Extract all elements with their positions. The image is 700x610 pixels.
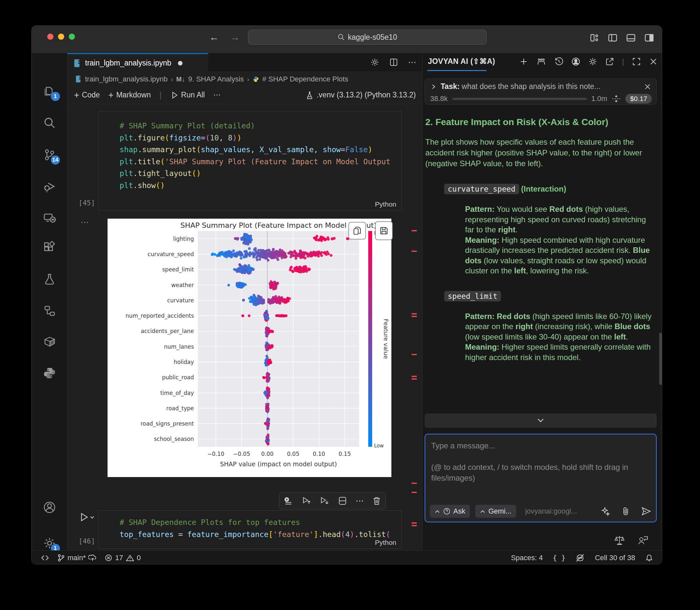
chat-input[interactable]: Type a message... (@ to add context, / t…: [425, 434, 657, 522]
tab-notebook[interactable]: train_lgbm_analysis.ipynb: [67, 53, 208, 72]
add-code-cell-button[interactable]: +Code: [74, 90, 100, 100]
save-output-button[interactable]: [375, 221, 393, 240]
svg-text:public_road: public_road: [162, 374, 194, 381]
copy-output-button[interactable]: [348, 222, 366, 240]
sidebar-item-object-explorer[interactable]: [42, 304, 57, 318]
cell-46-code[interactable]: # SHAP Dependence Plots for top features…: [98, 511, 401, 548]
send-message-icon[interactable]: [641, 507, 651, 516]
maximize-panel-icon[interactable]: [632, 57, 641, 66]
cost-badge[interactable]: $0.17: [625, 94, 652, 103]
breadcrumb-file[interactable]: train_lgbm_analysis.ipynb: [85, 75, 168, 83]
history-icon[interactable]: [554, 57, 563, 66]
warnings-icon: [126, 554, 134, 562]
model-selector[interactable]: Gemi...: [475, 505, 516, 518]
close-panel-icon[interactable]: [649, 57, 658, 66]
sidebar-item-remote-explorer[interactable]: [42, 211, 57, 225]
cell-language-label[interactable]: Python: [375, 539, 396, 546]
sidebar-item-extensions[interactable]: [42, 240, 57, 255]
add-markdown-cell-button[interactable]: +Markdown: [108, 90, 150, 100]
settings-gear-icon[interactable]: [588, 57, 597, 66]
overview-error-mark: [412, 251, 417, 252]
help-circle-icon: [443, 508, 450, 515]
mode-selector-ask[interactable]: Ask: [430, 505, 470, 518]
sidebar-item-python[interactable]: [42, 366, 57, 380]
history-forward-button[interactable]: →: [228, 32, 241, 43]
enhance-prompt-icon[interactable]: [601, 507, 610, 516]
cell-more-actions-icon[interactable]: ⋯: [355, 496, 364, 506]
code-cell-46[interactable]: # SHAP Dependence Plots for top features…: [98, 510, 402, 549]
notifications-bell-icon[interactable]: [645, 553, 653, 562]
svg-text:0.10: 0.10: [313, 451, 325, 457]
chevron-up-icon: [434, 509, 440, 514]
panel-scrollbar[interactable]: [659, 333, 662, 385]
tab-title: train_lgbm_analysis.ipynb: [85, 59, 171, 67]
git-branch-indicator[interactable]: main*: [57, 553, 97, 562]
overview-error-mark: [412, 522, 417, 524]
run-cell-button[interactable]: [79, 512, 95, 523]
code-cell-45[interactable]: # SHAP Summary Plot (detailed)plt.figure…: [98, 111, 402, 210]
sidebar-item-search[interactable]: [42, 116, 57, 130]
minimize-window-button[interactable]: [58, 34, 64, 40]
toggle-panel-icon[interactable]: [626, 33, 636, 43]
settings-gear-icon[interactable]: 1: [42, 536, 57, 550]
toggle-secondary-sidebar-icon[interactable]: [644, 33, 654, 43]
toggle-primary-sidebar-icon[interactable]: [608, 33, 618, 43]
run-all-button[interactable]: Run All: [170, 91, 205, 99]
new-chat-icon[interactable]: [519, 57, 528, 66]
open-in-editor-icon[interactable]: [605, 57, 614, 66]
panel-tab-title[interactable]: JOVYAN AI (⇧⌘A): [428, 57, 495, 66]
delete-cell-icon[interactable]: [372, 496, 381, 506]
indentation-indicator[interactable]: Spaces: 4: [511, 553, 543, 562]
agents-icon[interactable]: [536, 57, 546, 66]
svg-text:holiday: holiday: [174, 359, 194, 365]
breadcrumb-cell[interactable]: # SHAP Dependence Plots: [262, 75, 348, 83]
cell-45-code[interactable]: # SHAP Summary Plot (detailed)plt.figure…: [98, 111, 401, 210]
copilot-disabled-icon[interactable]: [575, 553, 585, 562]
sidebar-item-containers[interactable]: [42, 334, 57, 349]
notebook-settings-icon[interactable]: [370, 58, 379, 67]
customize-layout-icon[interactable]: [590, 33, 599, 43]
command-center-search[interactable]: kaggle-s05e10: [248, 30, 487, 45]
history-back-button[interactable]: ←: [208, 32, 221, 43]
breadcrumb-section[interactable]: 9. SHAP Analysis: [188, 75, 244, 83]
feedback-icon[interactable]: [637, 535, 649, 546]
split-cell-icon[interactable]: [338, 496, 347, 506]
run-below-icon[interactable]: [319, 496, 329, 506]
problems-indicator[interactable]: 17 0: [105, 553, 141, 562]
close-window-button[interactable]: [47, 34, 53, 40]
cell-position-indicator[interactable]: Cell 30 of 38: [595, 553, 635, 562]
cell-language-label[interactable]: Python: [375, 200, 396, 208]
shap-summary-plot: lightingcurvature_speedspeed_limitweathe…: [108, 219, 392, 477]
language-braces-icon[interactable]: { }: [553, 553, 566, 562]
svg-text:school_season: school_season: [154, 436, 194, 443]
sidebar-item-run-debug[interactable]: [42, 179, 57, 194]
close-task-icon[interactable]: [644, 83, 651, 90]
editor-more-actions-icon[interactable]: ⋯: [408, 58, 416, 67]
account-icon[interactable]: [42, 500, 57, 515]
execute-cell-icon[interactable]: [284, 496, 293, 506]
chevron-expand-icon[interactable]: [430, 83, 437, 90]
split-editor-icon[interactable]: [389, 58, 398, 67]
remote-indicator[interactable]: [41, 554, 49, 562]
svg-text:lighting: lighting: [173, 236, 194, 242]
legal-scale-icon[interactable]: [614, 535, 625, 546]
modified-dot-icon[interactable]: [178, 61, 182, 65]
account-icon[interactable]: [571, 57, 580, 66]
execution-count: [45]: [79, 199, 95, 207]
sidebar-item-testing[interactable]: [42, 272, 57, 286]
compact-context-icon[interactable]: [612, 94, 621, 103]
zoom-window-button[interactable]: [69, 34, 75, 40]
status-bar: main* 17 0 Spaces: 4 { } Cell 30 of 38: [32, 550, 662, 564]
attach-file-icon[interactable]: [621, 507, 630, 516]
task-label: Task:: [441, 82, 460, 91]
overview-error-mark: [412, 313, 417, 315]
kernel-picker[interactable]: .venv (3.13.2) (Python 3.13.2): [306, 91, 416, 99]
sidebar-item-explorer[interactable]: 1: [42, 84, 57, 98]
overview-error-mark: [412, 354, 417, 355]
panel-header: JOVYAN AI (⇧⌘A) |: [423, 53, 662, 72]
collapse-response-button[interactable]: [425, 414, 657, 428]
toolbar-more-actions-icon[interactable]: ⋯: [213, 91, 221, 99]
sidebar-item-source-control[interactable]: 14: [42, 148, 57, 162]
cell-overflow-indicator[interactable]: ⋯: [80, 217, 90, 227]
run-above-icon[interactable]: [301, 496, 311, 506]
